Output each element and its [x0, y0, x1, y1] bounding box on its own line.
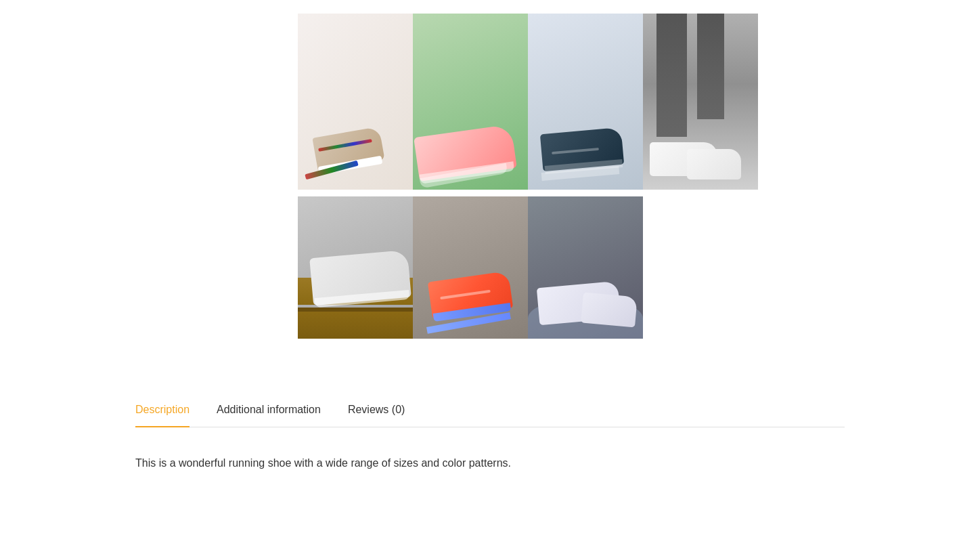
content-section: This is a wonderful running shoe with a …: [135, 427, 845, 499]
tab-description[interactable]: Description: [135, 393, 190, 427]
tab-reviews[interactable]: Reviews (0): [348, 393, 405, 427]
gallery-image-1[interactable]: [298, 14, 413, 190]
description-text: This is a wonderful running shoe with a …: [135, 454, 845, 472]
page-container: Description Additional information Revie…: [0, 0, 980, 499]
gallery-image-4[interactable]: [643, 14, 758, 190]
tab-description-label: Description: [135, 404, 190, 415]
gallery-image-6[interactable]: [413, 196, 528, 339]
gallery-image-3[interactable]: [528, 14, 643, 190]
gallery-image-5[interactable]: [298, 196, 413, 339]
gallery-bottom-row: [135, 196, 845, 339]
gallery-image-2[interactable]: [413, 14, 528, 190]
gallery-image-7[interactable]: [528, 196, 643, 339]
gallery-section: [135, 0, 845, 352]
tabs-section: Description Additional information Revie…: [135, 393, 845, 427]
tabs-list: Description Additional information Revie…: [135, 393, 845, 427]
tab-reviews-label: Reviews (0): [348, 404, 405, 415]
tab-additional-label: Additional information: [217, 404, 321, 415]
gallery-top-row: [135, 14, 845, 190]
tab-additional-information[interactable]: Additional information: [217, 393, 321, 427]
